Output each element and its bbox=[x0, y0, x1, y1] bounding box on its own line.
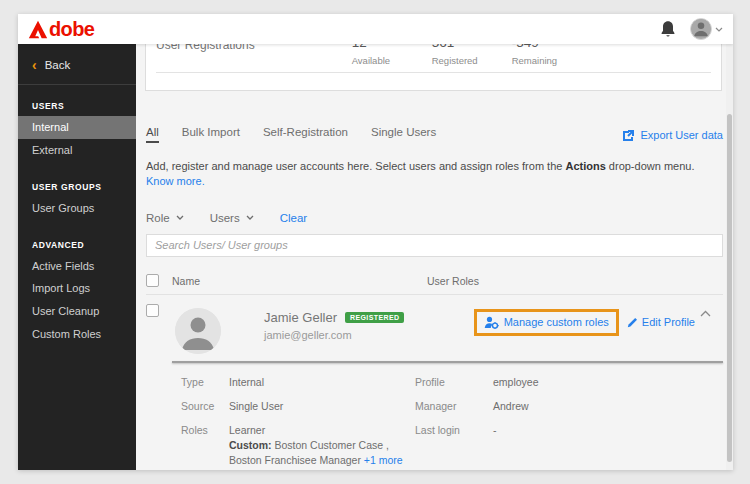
chevron-down-icon bbox=[176, 215, 184, 220]
metric-remaining: -549 Remaining bbox=[512, 44, 564, 66]
user-details: Type Internal Profile employee Source Si… bbox=[181, 375, 723, 470]
collapse-row-chevron-up-icon[interactable] bbox=[700, 303, 711, 321]
stats-metrics: 12 Available 561 Registered -549 Remaini… bbox=[352, 44, 564, 66]
avatar-icon bbox=[691, 18, 711, 39]
user-avatar bbox=[175, 308, 221, 354]
person-gear-icon bbox=[484, 316, 499, 329]
detail-value-profile: employee bbox=[493, 375, 723, 399]
metric-value: 561 bbox=[432, 44, 484, 51]
detail-value-type: Internal bbox=[229, 375, 415, 399]
sidebar-section-title: USER GROUPS bbox=[18, 176, 136, 197]
metric-label: Registered bbox=[432, 55, 484, 66]
user-menu-chevron-down-icon[interactable] bbox=[715, 27, 723, 32]
sidebar-section-title: ADVANCED bbox=[18, 234, 136, 255]
user-name-block: Jamie Geller REGISTERED jamie@geller.com bbox=[264, 310, 404, 341]
edit-profile-label: Edit Profile bbox=[642, 316, 695, 328]
detail-label-last-login: Last login bbox=[415, 423, 493, 470]
users-filter-dropdown[interactable]: Users bbox=[210, 212, 254, 224]
export-icon bbox=[622, 129, 635, 141]
export-user-data-link[interactable]: Export User data bbox=[622, 129, 723, 143]
app-window: dobe ‹ Back USERS I bbox=[18, 14, 733, 470]
metric-label: Available bbox=[352, 55, 404, 66]
page-description: Add, register and manage user accounts h… bbox=[146, 159, 723, 190]
custom-roles-label: Custom: bbox=[229, 439, 272, 451]
chevron-left-icon: ‹ bbox=[32, 58, 37, 72]
sidebar: ‹ Back USERS Internal External USER GROU… bbox=[18, 44, 136, 470]
detail-grid: Type Internal Profile employee Source Si… bbox=[181, 375, 723, 470]
sidebar-section-advanced: ADVANCED Active Fields Import Logs User … bbox=[18, 234, 136, 346]
chevron-down-icon bbox=[246, 215, 254, 220]
row-actions: Manage custom roles Edit Profile bbox=[474, 309, 695, 336]
more-roles-link[interactable]: +1 more bbox=[364, 454, 403, 466]
detail-label-profile: Profile bbox=[415, 375, 493, 399]
users-filter-label: Users bbox=[210, 212, 240, 224]
avatar-icon bbox=[175, 308, 221, 354]
detail-label-source: Source bbox=[181, 399, 229, 423]
tabs: All Bulk Import Self-Registration Single… bbox=[146, 126, 436, 143]
filters-row: Role Users Clear bbox=[146, 212, 723, 224]
detail-value-roles: LearnerCustom: Boston Customer Case , Bo… bbox=[229, 423, 415, 470]
adobe-logo[interactable]: dobe bbox=[28, 19, 94, 39]
detail-label-manager: Manager bbox=[415, 399, 493, 423]
manage-custom-roles-button[interactable]: Manage custom roles bbox=[474, 309, 619, 336]
back-button[interactable]: ‹ Back bbox=[18, 52, 136, 80]
metric-value: 12 bbox=[352, 44, 404, 51]
sidebar-section-user-groups: USER GROUPS User Groups bbox=[18, 176, 136, 220]
tab-bulk-import[interactable]: Bulk Import bbox=[182, 126, 240, 143]
sidebar-item-external[interactable]: External bbox=[18, 139, 136, 162]
search-input[interactable] bbox=[146, 234, 723, 257]
user-registrations-card: User Registrations 12 Available 561 Regi… bbox=[145, 44, 722, 91]
adobe-logo-text: dobe bbox=[49, 19, 94, 39]
user-name[interactable]: Jamie Geller bbox=[264, 310, 337, 325]
scrollbar-thumb[interactable] bbox=[727, 114, 732, 462]
sidebar-item-import-logs[interactable]: Import Logs bbox=[18, 277, 136, 300]
metric-registered: 561 Registered bbox=[432, 44, 484, 66]
detail-value-source: Single User bbox=[229, 399, 415, 423]
manage-custom-roles-label: Manage custom roles bbox=[504, 316, 609, 328]
user-name-line: Jamie Geller REGISTERED bbox=[264, 310, 404, 325]
role-filter-label: Role bbox=[146, 212, 170, 224]
column-header-user-roles: User Roles bbox=[427, 275, 479, 287]
registered-status-badge: REGISTERED bbox=[345, 312, 405, 323]
description-bold: Actions bbox=[565, 160, 605, 172]
tab-all[interactable]: All bbox=[146, 126, 159, 143]
adobe-a-icon bbox=[28, 20, 48, 39]
select-all-checkbox[interactable] bbox=[146, 274, 159, 287]
clear-filters-link[interactable]: Clear bbox=[280, 212, 307, 224]
main-content: User Registrations 12 Available 561 Regi… bbox=[136, 44, 733, 470]
table-row: Jamie Geller REGISTERED jamie@geller.com bbox=[146, 301, 723, 354]
column-header-name: Name bbox=[172, 275, 200, 287]
detail-value-last-login: - bbox=[493, 423, 723, 470]
description-text: Add, register and manage user accounts h… bbox=[146, 160, 565, 172]
back-label: Back bbox=[45, 59, 71, 71]
app-body: ‹ Back USERS Internal External USER GROU… bbox=[18, 44, 733, 470]
sidebar-section-users: USERS Internal External bbox=[18, 95, 136, 162]
metric-value: -549 bbox=[512, 44, 564, 51]
role-learner: Learner bbox=[229, 424, 265, 436]
bell-icon[interactable] bbox=[660, 20, 676, 38]
table-header-divider bbox=[146, 294, 723, 295]
stats-divider bbox=[156, 72, 711, 73]
tab-single-users[interactable]: Single Users bbox=[371, 126, 436, 143]
detail-label-roles: Roles bbox=[181, 423, 229, 470]
tabs-row: All Bulk Import Self-Registration Single… bbox=[146, 125, 723, 143]
role-filter-dropdown[interactable]: Role bbox=[146, 212, 184, 224]
user-menu-avatar[interactable] bbox=[690, 18, 712, 40]
row-details-divider bbox=[172, 361, 723, 363]
sidebar-item-user-cleanup[interactable]: User Cleanup bbox=[18, 300, 136, 323]
row-checkbox[interactable] bbox=[146, 304, 159, 317]
metric-available: 12 Available bbox=[352, 44, 404, 66]
user-email: jamie@geller.com bbox=[264, 329, 404, 341]
edit-profile-link[interactable]: Edit Profile bbox=[627, 316, 695, 328]
metric-label: Remaining bbox=[512, 55, 564, 66]
sidebar-item-active-fields[interactable]: Active Fields bbox=[18, 255, 136, 278]
detail-label-type: Type bbox=[181, 375, 229, 399]
stats-title: User Registrations bbox=[156, 44, 255, 52]
sidebar-item-user-groups[interactable]: User Groups bbox=[18, 197, 136, 220]
sidebar-item-internal[interactable]: Internal bbox=[18, 116, 136, 139]
vertical-scrollbar bbox=[726, 44, 733, 470]
know-more-link[interactable]: Know more. bbox=[146, 175, 205, 187]
sidebar-item-custom-roles[interactable]: Custom Roles bbox=[18, 323, 136, 346]
stats-row: User Registrations 12 Available 561 Regi… bbox=[156, 44, 711, 66]
tab-self-registration[interactable]: Self-Registration bbox=[263, 126, 348, 143]
